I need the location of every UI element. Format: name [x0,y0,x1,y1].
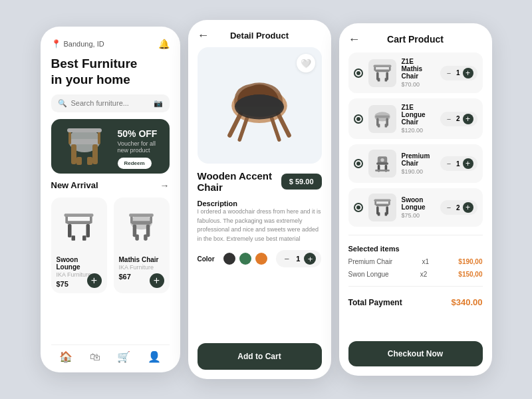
camera-icon[interactable]: 📷 [154,99,163,108]
sel-name-swoon: Swon Longue [348,271,389,278]
color-black[interactable] [223,253,235,265]
svg-point-52 [380,158,384,162]
cart-plus-swoon[interactable]: + [463,202,473,213]
product-card-mathis: Mathis Chair IKA Furniture $67 + [114,198,170,293]
color-label: Color [198,255,215,263]
description-text: I ordered a woodchair dress from here an… [198,207,322,243]
quantity-control: − 1 + [276,250,321,267]
cart-qty-mathis: − 1 + [440,66,477,80]
svg-rect-46 [384,124,387,127]
description-title: Description [198,200,322,207]
nav-home-icon[interactable]: 🏠 [59,350,72,363]
sel-qty-swoon: x2 [420,271,428,278]
cart-item-name-mathis: Z1E Mathis Chair [402,58,435,80]
product-card-swoon: Swoon Lounge IKA Furniture $75 + [51,198,107,293]
cart-item-premium: Premium Chair $190.00 − 1 + [348,144,483,183]
products-grid: Swoon Lounge IKA Furniture $75 + [51,198,170,293]
nav-profile-icon[interactable]: 👤 [148,350,161,363]
home-topbar: 📍 Bandung, ID 🔔 [51,39,170,49]
total-divider [348,286,483,287]
cart-item-swoon: Swoon Longue $75.00 − 2 + [348,188,483,227]
color-options [223,253,267,265]
svg-rect-10 [68,224,72,237]
search-icon: 🔍 [58,99,67,108]
svg-rect-33 [375,69,390,72]
promo-banner: 50% OFF Voucher for all new product Rede… [51,119,170,174]
selected-item-premium: Premium Chair x1 $190,00 [348,258,483,265]
location-text: Bandung, ID [64,40,104,48]
svg-rect-57 [384,212,387,215]
cart-minus-premium[interactable]: − [444,159,454,168]
cart-item-mathis: Z1E Mathis Chair $70.00 − 1 + [348,53,483,93]
svg-rect-13 [82,235,86,240]
product-brand-mathis: IKA Furniture [119,264,164,271]
product-image-mathis [119,204,164,251]
cart-item-price-mathis: $70.00 [402,81,435,88]
cart-item-radio-swoon[interactable] [354,203,363,212]
banner-content: 50% OFF Voucher for all new product Rede… [118,128,160,169]
search-bar[interactable]: 🔍 📷 [51,94,170,112]
search-input[interactable] [71,99,150,107]
cart-item-name-swoon: Swoon Longue [402,196,435,211]
cart-info-premium: Premium Chair $190.00 [402,152,435,175]
cart-topbar: ← Cart Product [348,34,483,45]
product-name-price-row: Wooden AccentChair $ 59.00 [198,170,322,193]
location-icon: 📍 [51,39,61,49]
sel-name-premium: Premium Chair [348,258,393,265]
qty-minus-button[interactable]: − [281,253,292,264]
svg-rect-21 [135,235,139,241]
svg-rect-2 [71,144,76,164]
cart-item-radio-premium[interactable] [354,159,363,168]
redeem-button[interactable]: Redeem [118,158,152,169]
bell-icon[interactable]: 🔔 [158,39,170,49]
qty-plus-button[interactable]: + [304,253,316,265]
svg-rect-4 [76,157,82,165]
svg-rect-11 [86,224,90,237]
cart-item-radio-longue[interactable] [354,114,363,124]
new-arrival-header: New Arrival → [51,180,170,191]
product-image-swoon [57,204,102,251]
cart-item-name-longue: Z1E Longue Chair [402,104,435,126]
cart-minus-longue[interactable]: − [444,114,454,124]
svg-rect-53 [376,204,389,207]
favorite-button[interactable]: 🤍 [297,54,315,72]
cart-minus-swoon[interactable]: − [444,203,454,212]
total-label: Total Payment [348,298,402,307]
svg-line-30 [272,118,279,140]
add-swoon-button[interactable]: + [87,273,102,288]
cart-screen-title: Cart Product [387,34,444,45]
arrow-right-icon[interactable]: → [160,180,170,191]
cart-plus-longue[interactable]: + [463,114,473,124]
cart-thumb-swoon [368,194,396,221]
svg-rect-60 [374,199,390,201]
selected-item-swoon: Swon Longue x2 $150,00 [348,271,483,278]
svg-rect-37 [384,78,387,81]
cart-minus-mathis[interactable]: − [444,68,454,78]
svg-rect-25 [129,213,154,217]
cart-item-radio-mathis[interactable] [354,68,363,78]
cart-back-button[interactable]: ← [348,33,360,47]
product-detail-price: $ 59.00 [281,174,322,190]
cart-qty-premium: − 1 + [440,156,477,171]
back-button[interactable]: ← [198,29,209,43]
svg-rect-48 [376,162,388,165]
headline: Best Furniture in your home [51,56,170,88]
product-name-swoon: Swoon Lounge [57,256,102,271]
nav-cart-icon[interactable]: 🛒 [117,350,130,363]
add-to-cart-button[interactable]: Add to Cart [198,343,322,370]
svg-rect-16 [65,213,94,217]
add-mathis-button[interactable]: + [150,273,164,288]
cart-info-longue: Z1E Longue Chair $120.00 [402,104,435,134]
total-value: $340.00 [452,297,483,307]
svg-rect-5 [87,157,92,165]
color-green[interactable] [239,253,251,265]
checkout-button[interactable]: Checkout Now [348,341,483,366]
cart-qty-longue: − 2 + [440,112,477,126]
nav-shop-icon[interactable]: 🛍 [90,351,100,363]
color-orange[interactable] [255,253,267,265]
cart-plus-mathis[interactable]: + [463,68,473,78]
svg-rect-18 [132,221,151,225]
svg-rect-12 [72,235,76,240]
cart-screen: ← Cart Product Z1E Mathis Chair $70.00 −… [339,23,492,376]
cart-plus-premium[interactable]: + [463,158,473,169]
